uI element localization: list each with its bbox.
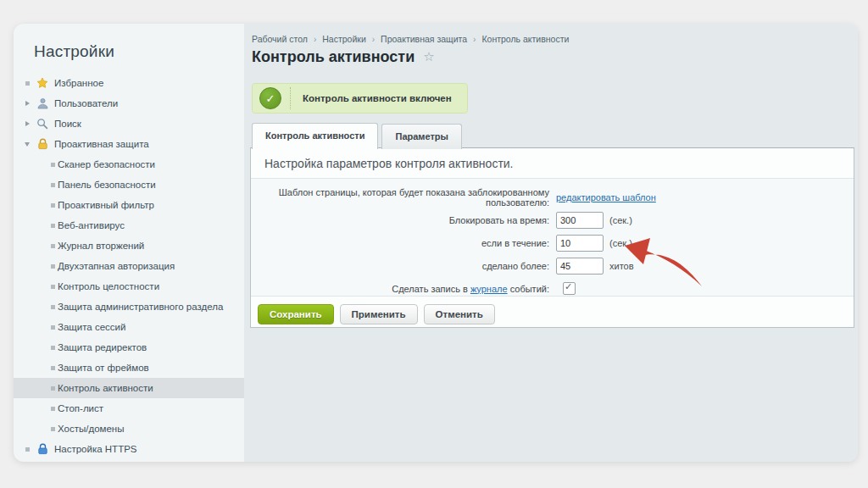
breadcrumb-link-desktop[interactable]: Рабочий стол bbox=[252, 34, 308, 44]
journal-link[interactable]: журнале bbox=[470, 284, 508, 294]
tab-activity-control[interactable]: Контроль активности bbox=[252, 123, 378, 149]
sidebar-item-контроль-целостности[interactable]: Контроль целостности bbox=[14, 276, 244, 297]
breadcrumb-link-proactive[interactable]: Проактивная защита bbox=[381, 34, 467, 44]
sidebar-menu: ИзбранноеПользователиПоискПроактивная за… bbox=[14, 73, 244, 462]
template-row: Шаблон страницы, которая будет показана … bbox=[251, 186, 854, 208]
sidebar-item-панель-безопасности[interactable]: Панель безопасности bbox=[14, 175, 244, 195]
breadcrumb-link-settings[interactable]: Настройки bbox=[322, 34, 366, 44]
sidebar-item-label: Панель безопасности bbox=[58, 175, 156, 195]
bullet-icon bbox=[47, 386, 58, 391]
check-circle-icon bbox=[259, 87, 281, 109]
form-value-input[interactable] bbox=[556, 212, 604, 229]
sidebar-title: Настройки bbox=[14, 24, 244, 73]
chevron-down-icon[interactable] bbox=[22, 142, 32, 147]
page-title: Контроль активности bbox=[252, 48, 435, 66]
sidebar-item-избранное[interactable]: Избранное bbox=[14, 73, 244, 93]
sidebar-item-защита-административного-раздела[interactable]: Защита административного раздела bbox=[14, 297, 244, 317]
form-row-label: если в течение: bbox=[251, 238, 549, 248]
sidebar-item-проактивная-защита[interactable]: Проактивная защита bbox=[14, 134, 244, 154]
sidebar-item-label: Валюты bbox=[54, 459, 91, 462]
sidebar-item-хосты-домены[interactable]: Хосты/домены bbox=[14, 419, 244, 439]
sidebar-item-двухэтапная-авторизация[interactable]: Двухэтапная авторизация bbox=[14, 256, 244, 276]
sidebar-item-label: Защита административного раздела bbox=[58, 297, 223, 317]
sidebar-item-поиск[interactable]: Поиск bbox=[14, 114, 244, 134]
apply-button[interactable]: Применить bbox=[340, 304, 418, 324]
sidebar-item-label: Проактивный фильтр bbox=[58, 195, 154, 215]
save-button[interactable]: Сохранить bbox=[258, 304, 334, 324]
breadcrumb: Рабочий стол›Настройки›Проактивная защит… bbox=[252, 34, 569, 44]
sidebar-item-label: Избранное bbox=[54, 73, 103, 93]
bullet-icon bbox=[47, 346, 58, 350]
bullet-icon bbox=[47, 407, 58, 411]
form-row-label: сделано более: bbox=[251, 261, 549, 271]
bullet-icon bbox=[22, 81, 32, 86]
sidebar-item-журнал-вторжений[interactable]: Журнал вторжений bbox=[14, 236, 244, 256]
form-value-input[interactable] bbox=[556, 258, 604, 274]
numeric-rows: Блокировать на время:(сек.)если в течени… bbox=[251, 208, 854, 277]
sidebar-item-защита-сессий[interactable]: Защита сессий bbox=[14, 317, 244, 337]
sidebar-item-label: Веб-антивирус bbox=[58, 215, 125, 236]
cancel-button[interactable]: Отменить bbox=[424, 304, 495, 324]
bullet-icon bbox=[47, 163, 58, 167]
user-icon bbox=[36, 97, 49, 110]
sidebar-item-веб-антивирус[interactable]: Веб-антивирус bbox=[14, 215, 244, 236]
sidebar-item-стоп-лист[interactable]: Стоп-лист bbox=[14, 398, 244, 419]
form-heading: Настройка параметров контроля активности… bbox=[251, 148, 854, 178]
breadcrumb-link-activity[interactable]: Контроль активности bbox=[481, 34, 569, 44]
main-area: Рабочий стол›Настройки›Проактивная защит… bbox=[244, 24, 858, 462]
lock-blue-icon bbox=[36, 442, 49, 456]
bullet-icon bbox=[47, 366, 58, 370]
sidebar-item-валюты[interactable]: Валюты bbox=[14, 459, 244, 462]
settings-panel: Настройка параметров контроля активности… bbox=[250, 147, 854, 328]
sidebar-item-проактивный-фильтр[interactable]: Проактивный фильтр bbox=[14, 195, 244, 215]
edit-template-link[interactable]: редактировать шаблон bbox=[556, 192, 656, 202]
admin-window: Настройки ИзбранноеПользователиПоискПроа… bbox=[14, 24, 858, 462]
sidebar-item-label: Защита редиректов bbox=[58, 337, 147, 358]
sidebar-item-label: Проактивная защита bbox=[54, 134, 149, 154]
journal-checkbox[interactable] bbox=[563, 282, 576, 295]
sidebar-item-label: Пользователи bbox=[54, 93, 118, 114]
breadcrumb-separator-icon: › bbox=[473, 35, 476, 44]
bullet-icon bbox=[47, 183, 58, 187]
favorite-star-icon[interactable] bbox=[423, 49, 434, 64]
tab-parameters[interactable]: Параметры bbox=[381, 124, 461, 149]
annotation-arrow-icon bbox=[623, 237, 704, 290]
sidebar-item-label: Настройка HTTPS bbox=[54, 439, 137, 459]
breadcrumb-separator-icon: › bbox=[372, 35, 375, 44]
sidebar-item-защита-редиректов[interactable]: Защита редиректов bbox=[14, 337, 244, 358]
sidebar-item-пользователи[interactable]: Пользователи bbox=[14, 93, 244, 114]
sidebar-item-label: Хосты/домены bbox=[58, 419, 124, 439]
form-row-suffix: (сек.) bbox=[609, 215, 632, 225]
sidebar-item-label: Поиск bbox=[54, 114, 81, 134]
form-row: если в течение:(сек.) bbox=[251, 231, 854, 254]
chevron-right-icon[interactable] bbox=[22, 101, 32, 106]
chevron-right-icon[interactable] bbox=[22, 121, 32, 126]
sidebar-item-защита-от-фреймов[interactable]: Защита от фреймов bbox=[14, 358, 244, 378]
sidebar-item-контроль-активности[interactable]: Контроль активности bbox=[14, 378, 244, 398]
sidebar-item-настройка-https[interactable]: Настройка HTTPS bbox=[14, 439, 244, 459]
status-banner-text: Контроль активности включен bbox=[303, 93, 452, 103]
form-area: Шаблон страницы, которая будет показана … bbox=[251, 178, 854, 297]
bullet-icon bbox=[22, 447, 32, 452]
sidebar-item-сканер-безопасности[interactable]: Сканер безопасности bbox=[14, 154, 244, 175]
sidebar-item-label: Журнал вторжений bbox=[58, 236, 144, 256]
tab-bar: Контроль активностиПараметры bbox=[252, 123, 465, 148]
banner-divider bbox=[290, 87, 291, 109]
bullet-icon bbox=[47, 264, 58, 269]
lock-icon bbox=[36, 137, 49, 151]
form-value-input[interactable] bbox=[556, 235, 604, 252]
bullet-icon bbox=[47, 224, 58, 228]
bullet-icon bbox=[47, 244, 58, 248]
sidebar-item-label: Защита от фреймов bbox=[58, 358, 149, 378]
button-row: СохранитьПрименитьОтменить bbox=[251, 297, 854, 324]
bullet-icon bbox=[47, 305, 58, 309]
journal-label: Сделать запись в журнале событий: bbox=[251, 284, 549, 294]
sidebar-item-label: Защита сессий bbox=[58, 317, 125, 337]
sidebar-item-label: Контроль активности bbox=[58, 378, 153, 398]
template-label: Шаблон страницы, которая будет показана … bbox=[251, 187, 549, 208]
sidebar-item-label: Контроль целостности bbox=[58, 276, 159, 297]
breadcrumb-separator-icon: › bbox=[314, 35, 316, 44]
bullet-icon bbox=[47, 427, 58, 431]
bullet-icon bbox=[47, 325, 58, 330]
settings-sidebar: Настройки ИзбранноеПользователиПоискПроа… bbox=[14, 24, 245, 462]
